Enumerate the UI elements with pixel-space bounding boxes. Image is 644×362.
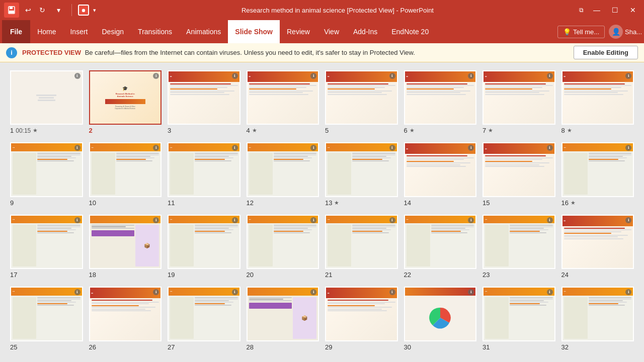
slide-item-18[interactable]: 📦 ℹ18 (89, 215, 162, 279)
slide-number-15: 15 (482, 199, 490, 207)
slide-item-28[interactable]: 📦 ℹ28 (247, 287, 319, 350)
slide-thumb-11[interactable]: ••• ℹ (168, 142, 240, 197)
slide-thumb-26[interactable]: ■■ ℹ (89, 287, 162, 341)
slide-corner-icon-21: ℹ (389, 217, 395, 223)
slide-thumb-31[interactable]: ••• ℹ (482, 287, 555, 341)
slide-item-31[interactable]: ••• ℹ31 (482, 287, 555, 350)
restore-icon[interactable]: ⧉ (579, 7, 584, 14)
slide-thumb-5[interactable]: ■■ ℹ (325, 70, 398, 125)
slide-item-29[interactable]: ■■ ℹ29 (325, 287, 398, 350)
slide-item-23[interactable]: ••• ℹ23 (482, 215, 555, 279)
close-button[interactable]: ✕ (626, 3, 640, 17)
slide-label-7: 7★ (482, 127, 555, 134)
redo-button[interactable]: ↻ (36, 4, 48, 16)
slide-thumb-23[interactable]: ••• ℹ (482, 215, 555, 269)
slide-item-2[interactable]: 🎓 Research Method inAnimals Science Pres… (89, 70, 162, 134)
slide-star-16[interactable]: ★ (571, 200, 576, 206)
slide-item-21[interactable]: ••• ℹ21 (325, 215, 398, 279)
slide-item-8[interactable]: ■■ ℹ8★ (561, 70, 634, 134)
enable-editing-button[interactable]: Enable Editing (574, 46, 638, 59)
slide-thumb-24[interactable]: ■■ ℹ (561, 215, 634, 269)
slide-thumb-28[interactable]: 📦 ℹ (247, 287, 319, 341)
save-icon[interactable] (4, 3, 19, 18)
slide-item-16[interactable]: ••• ℹ16★ (561, 142, 634, 206)
slide-thumb-4[interactable]: ■■ ℹ (247, 70, 319, 125)
tab-insert[interactable]: Insert (63, 20, 95, 43)
slide-star-13[interactable]: ★ (334, 200, 339, 206)
tab-home[interactable]: Home (30, 20, 63, 43)
slide-star-4[interactable]: ★ (252, 127, 257, 134)
slide-thumb-8[interactable]: ■■ ℹ (561, 70, 634, 125)
tab-design[interactable]: Design (95, 20, 131, 43)
slide-star-8[interactable]: ★ (567, 127, 572, 134)
slide-thumb-32[interactable]: ••• ℹ (561, 287, 634, 341)
slide-item-6[interactable]: ■■ ℹ6★ (404, 70, 477, 134)
minimize-button[interactable]: — (590, 3, 604, 17)
slide-item-10[interactable]: ••• ℹ10 (89, 142, 162, 206)
slide-item-14[interactable]: ■■ ℹ14 (404, 142, 477, 206)
slide-item-27[interactable]: ••• ℹ27 (168, 287, 240, 350)
slide-item-24[interactable]: ■■ ℹ24 (561, 215, 634, 279)
slide-thumb-19[interactable]: ••• ℹ (168, 215, 240, 269)
quick-access-customize[interactable]: ▾ (51, 3, 65, 17)
slide-thumb-14[interactable]: ■■ ℹ (404, 142, 477, 197)
tab-addins[interactable]: Add-Ins (346, 20, 384, 43)
tell-me-button[interactable]: 💡 Tell me... (557, 26, 605, 38)
slide-thumb-15[interactable]: ■■ ℹ (482, 142, 555, 197)
slide-item-12[interactable]: ••• ℹ12 (247, 142, 319, 206)
slide-thumb-22[interactable]: ••• ℹ (404, 215, 477, 269)
slide-thumb-10[interactable]: ••• ℹ (89, 142, 162, 197)
slide-thumb-13[interactable]: ••• ℹ (325, 142, 398, 197)
slide-item-13[interactable]: ••• ℹ13★ (325, 142, 398, 206)
slide-thumb-21[interactable]: ••• ℹ (325, 215, 398, 269)
slide-thumb-27[interactable]: ••• ℹ (168, 287, 240, 341)
slide-item-3[interactable]: ■■ ℹ3 (168, 70, 240, 134)
slide-thumb-30[interactable]: ℹ (404, 287, 477, 341)
slide-item-15[interactable]: ■■ ℹ15 (482, 142, 555, 206)
slide-item-9[interactable]: ••• ℹ9 (10, 142, 83, 206)
slide-item-22[interactable]: ••• ℹ22 (404, 215, 477, 279)
slide-thumb-29[interactable]: ■■ ℹ (325, 287, 398, 341)
slide-item-19[interactable]: ••• ℹ19 (168, 215, 240, 279)
share-button[interactable]: 👤 Sha... (609, 25, 642, 39)
slide-thumb-3[interactable]: ■■ ℹ (168, 70, 240, 125)
slide-item-1[interactable]: ℹ100:15★ (10, 70, 83, 134)
slide-item-11[interactable]: ••• ℹ11 (168, 142, 240, 206)
slide-thumb-16[interactable]: ••• ℹ (561, 142, 634, 197)
slide-star-6[interactable]: ★ (410, 127, 415, 134)
undo-button[interactable]: ↩ (22, 4, 34, 16)
tab-slideshow[interactable]: Slide Show (228, 20, 280, 43)
slide-item-7[interactable]: ■■ ℹ7★ (482, 70, 555, 134)
slide-item-25[interactable]: ••• ℹ25 (10, 287, 83, 350)
slide-thumb-7[interactable]: ■■ ℹ (482, 70, 555, 125)
maximize-button[interactable]: ☐ (608, 3, 622, 17)
slide-item-5[interactable]: ■■ ℹ5 (325, 70, 398, 134)
slide-thumb-17[interactable]: ••• ℹ (10, 215, 83, 269)
slide-thumb-25[interactable]: ••• ℹ (10, 287, 83, 341)
slide-item-26[interactable]: ■■ ℹ26 (89, 287, 162, 350)
slide-thumb-9[interactable]: ••• ℹ (10, 142, 83, 197)
slide-item-20[interactable]: ••• ℹ20 (247, 215, 319, 279)
slide-number-4: 4 (247, 127, 250, 134)
slide-thumb-6[interactable]: ■■ ℹ (404, 70, 477, 125)
tab-view[interactable]: View (317, 20, 346, 43)
tab-transitions[interactable]: Transitions (131, 20, 179, 43)
slide-thumb-12[interactable]: ••• ℹ (247, 142, 319, 197)
slide-star-1[interactable]: ★ (33, 127, 38, 134)
slide-thumb-1[interactable]: ℹ (10, 70, 83, 125)
slide-item-4[interactable]: ■■ ℹ4★ (247, 70, 319, 134)
slide-item-17[interactable]: ••• ℹ17 (10, 215, 83, 279)
slide-thumb-20[interactable]: ••• ℹ (247, 215, 319, 269)
slide-star-7[interactable]: ★ (488, 127, 493, 134)
slide-thumb-18[interactable]: 📦 ℹ (89, 215, 162, 269)
slide-thumb-2[interactable]: 🎓 Research Method inAnimals Science Pres… (89, 70, 162, 125)
tab-review[interactable]: Review (280, 20, 317, 43)
tab-animations[interactable]: Animations (179, 20, 228, 43)
tab-endnote[interactable]: EndNote 20 (384, 20, 436, 43)
slide-label-22: 22 (404, 271, 477, 279)
tab-file[interactable]: File (2, 20, 30, 43)
slide-item-32[interactable]: ••• ℹ32 (561, 287, 634, 350)
slide-item-30[interactable]: ℹ30 (404, 287, 477, 350)
slide-label-29: 29 (325, 343, 398, 351)
undo-redo-group: ↩ ↻ (22, 4, 48, 16)
